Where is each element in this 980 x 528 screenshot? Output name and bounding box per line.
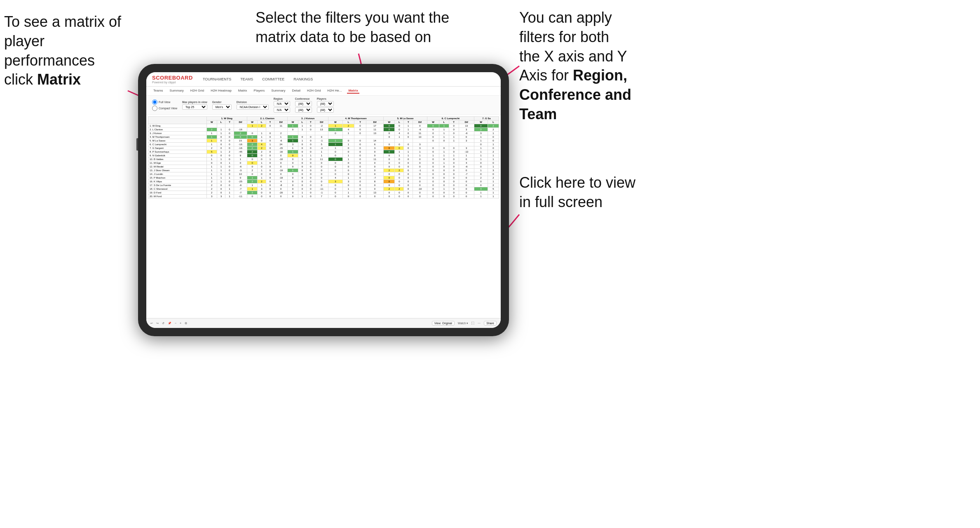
table-row: 12. M Riedel 110-6 0000 0000 0000 0000 0… (148, 165, 499, 169)
table-row: 4. M Thorbjornsen 1006 0101 1003 01013 0… (148, 135, 499, 139)
tab-detail[interactable]: Detail (291, 88, 302, 94)
annotation-center: Select the filters you want the matrix d… (256, 8, 462, 47)
bottom-toolbar: ↩ ↪ ↺ 📌 − + ⚙ View: Original Watch ▾ ⛶ ⋯… (146, 318, 501, 328)
ann-right-l6: Team (519, 106, 557, 123)
nav-tournaments[interactable]: TOURNAMENTS (201, 76, 233, 82)
view-original-button[interactable]: View: Original (432, 321, 455, 325)
toolbar-zoom-in[interactable]: + (180, 322, 181, 325)
tab-h2h-heatmap[interactable]: H2H Heatmap (209, 88, 233, 94)
toolbar-undo[interactable]: ↩ (150, 322, 153, 325)
nav-committee[interactable]: COMMITTEE (260, 76, 286, 82)
table-row: 1. W Ding 12011 110-2 12017 0010 01013 0… (148, 124, 499, 128)
table-row: 16. K Vilips 210-25 2204 0000 3308 0000 … (148, 180, 499, 184)
ann-right-l4n: Axis for (519, 67, 573, 84)
toolbar-redo[interactable]: ↪ (156, 322, 159, 325)
conference-filter: Conference (All) (All) (295, 97, 312, 113)
table-row: 7. G Sargent 200-16 220-15 100-3 1003 00… (148, 146, 499, 150)
full-view-option[interactable]: Full View (152, 99, 177, 105)
ann-right-l4b: Region, (573, 67, 627, 84)
compact-view-option[interactable]: Compact View (152, 106, 177, 111)
tab-players[interactable]: Players (253, 88, 266, 94)
tab-matrix2[interactable]: Matrix (347, 88, 359, 94)
annotation-bottom-right: Click here to view in full screen (519, 173, 668, 212)
col-header-7: 7. G Sa (474, 117, 499, 120)
tablet-side-button (136, 138, 138, 151)
col-header-6: 6. C Lamprecht (427, 117, 474, 120)
nav-teams[interactable]: TEAMS (239, 76, 255, 82)
ann-right-l2: filters for both (519, 28, 609, 45)
sub-tabs-bar: Teams Summary H2H Grid H2H Heatmap Matri… (146, 87, 501, 96)
annotation-left: To see a matrix of player performances c… (4, 12, 136, 90)
region-filter: Region N/A N/A (274, 97, 290, 113)
tab-h2h-grid2[interactable]: H2H Grid (306, 88, 322, 94)
view-options: Full View Compact View (152, 99, 177, 111)
table-row: 8. P Summerhays 512-45 220-16 1001 0000 … (148, 150, 499, 154)
toolbar-zoom-out[interactable]: − (175, 322, 176, 325)
filters-row: Full View Compact View Max players in vi… (146, 96, 501, 115)
table-row: 20. M Ford 331-11 0000 0107 0000 0000 00… (148, 195, 499, 198)
table-row: 3. J Koivun 1102 0102 01013 04011 010-6 … (148, 132, 499, 135)
compact-view-radio[interactable] (152, 106, 157, 111)
ann-br-l1: Click here to view (519, 174, 635, 191)
division-select[interactable]: NCAA Division I (237, 104, 269, 110)
conference-select2[interactable]: (All) (295, 107, 312, 113)
logo-title: SCOREBOARD (152, 75, 193, 81)
share-button[interactable]: Share (484, 321, 497, 325)
ann-left-line3-normal: click (4, 71, 37, 88)
tab-matrix1[interactable]: Matrix (237, 88, 249, 94)
full-view-radio[interactable] (152, 99, 157, 105)
col-header-2: 2. L Clanton (247, 117, 288, 120)
matrix-table: 1. W Ding 2. L Clanton 3. J Koivun 4. M … (148, 116, 499, 198)
table-row: 2. L Clanton 210-16 01013 04011 001-6 01… (148, 128, 499, 132)
ann-left-line2: player performances (4, 33, 95, 69)
toolbar-watch[interactable]: Watch ▾ (458, 322, 469, 325)
toolbar-pin[interactable]: 📌 (168, 322, 171, 325)
table-row: 19. D Ford 201-7 200-20 010-1 01013 0000… (148, 191, 499, 195)
col-header-3: 3. J Koivun (288, 117, 328, 120)
tablet-frame: SCOREBOARD Powered by clippd TOURNAMENTS… (138, 64, 509, 336)
toolbar-more[interactable]: ⋯ (478, 322, 481, 325)
ann-right-l3: the X axis and Y (519, 48, 627, 65)
nav-rankings[interactable]: RANKINGS (292, 76, 314, 82)
gender-select[interactable]: Men's (212, 104, 232, 110)
tab-h2hh[interactable]: H2H He... (326, 88, 343, 94)
tab-teams[interactable]: Teams (152, 88, 164, 94)
division-filter: Division NCAA Division I (237, 101, 269, 110)
matrix-area[interactable]: 1. W Ding 2. L Clanton 3. J Koivun 4. M … (146, 115, 501, 317)
players-select1[interactable]: (All) (317, 101, 334, 106)
tab-summary2[interactable]: Summary (270, 88, 286, 94)
gender-filter: Gender Men's (212, 101, 232, 110)
ann-left-line3-bold: Matrix (37, 71, 81, 88)
col-header-4: 4. M Thorbjornsen (328, 117, 384, 120)
toolbar-refresh[interactable]: ↺ (162, 322, 164, 325)
toolbar-settings[interactable]: ⚙ (185, 322, 187, 325)
app-header: SCOREBOARD Powered by clippd TOURNAMENTS… (146, 72, 501, 87)
toolbar-screen-icon[interactable]: ⛶ (471, 322, 474, 325)
table-row: 18. C Sherwood 201-7 1300 000-11 0100 22… (148, 187, 499, 191)
max-players-select[interactable]: Top 25 (182, 104, 207, 110)
players-select2[interactable]: (All) (317, 107, 334, 113)
table-row: 6. C Lamprecht 100-16 24124 3005 1106 00… (148, 143, 499, 146)
conference-select1[interactable]: (All) (295, 101, 312, 106)
table-row: 13. J Skov Olesen 110-3 210-19 1000 0000… (148, 169, 499, 172)
tab-h2h-grid1[interactable]: H2H Grid (189, 88, 205, 94)
max-players-filter: Max players in view Top 25 (182, 101, 207, 110)
logo-sub: Powered by clippd (152, 81, 193, 84)
col-header-5: 5. M La Sasso (384, 117, 427, 120)
table-row: 10. B Valdes 1101 001-10 01011 01011 000… (148, 158, 499, 161)
app-nav: TOURNAMENTS TEAMS COMMITTEE RANKINGS (201, 76, 314, 82)
app-logo: SCOREBOARD Powered by clippd (152, 75, 193, 84)
region-select2[interactable]: N/A (274, 107, 290, 113)
col-header-1: 1. W Ding (206, 117, 247, 120)
table-row: 17. S De La Fuente 200-6 110-8 0000 0000… (148, 184, 499, 187)
ann-right-l5: Conference and (519, 86, 631, 103)
ann-br-l2: in full screen (519, 193, 603, 210)
corner-header (148, 117, 207, 124)
table-row: 15. P Maichon 1110 110-19 0000 410-7 000… (148, 176, 499, 180)
tab-summary1[interactable]: Summary (169, 88, 185, 94)
table-row: 11. M Ege 0010 0100 0000 0000 0000 0104 … (148, 161, 499, 165)
region-select[interactable]: N/A (274, 101, 290, 106)
ann-right-l1: You can apply (519, 9, 612, 26)
annotation-right: You can apply filters for both the X axi… (519, 8, 676, 124)
tablet-screen: SCOREBOARD Powered by clippd TOURNAMENTS… (146, 72, 501, 328)
